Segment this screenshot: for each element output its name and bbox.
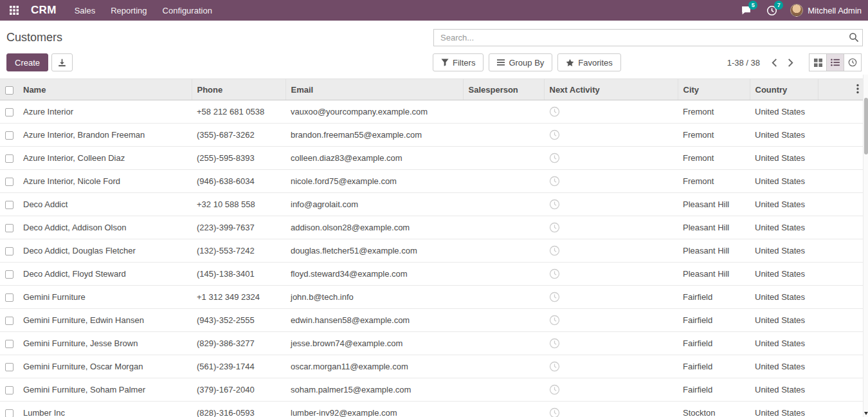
cell-phone[interactable]: (943)-352-2555 bbox=[192, 309, 285, 332]
cell-salesperson[interactable] bbox=[463, 216, 544, 239]
cell-next-activity[interactable] bbox=[544, 100, 678, 124]
cell-salesperson[interactable] bbox=[463, 193, 544, 216]
column-header-salesperson[interactable]: Salesperson bbox=[463, 79, 544, 100]
cell-salesperson[interactable] bbox=[463, 309, 544, 332]
cell-city[interactable]: Fairfield bbox=[678, 355, 750, 378]
table-row[interactable]: Gemini Furniture, Edwin Hansen (943)-352… bbox=[0, 309, 868, 332]
cell-name[interactable]: Deco Addict, Floyd Steward bbox=[18, 263, 192, 286]
table-row[interactable]: Gemini Furniture, Soham Palmer (379)-167… bbox=[0, 378, 868, 402]
search-input[interactable] bbox=[433, 29, 863, 46]
cell-next-activity[interactable] bbox=[544, 402, 678, 417]
cell-email[interactable]: douglas.fletcher51@example.com bbox=[285, 239, 463, 263]
select-all-checkbox[interactable] bbox=[5, 86, 14, 95]
cell-name[interactable]: Azure Interior bbox=[18, 100, 192, 124]
cell-city[interactable]: Fairfield bbox=[678, 309, 750, 332]
cell-salesperson[interactable] bbox=[463, 170, 544, 193]
cell-next-activity[interactable] bbox=[544, 170, 678, 193]
row-checkbox-cell[interactable] bbox=[0, 263, 18, 286]
cell-next-activity[interactable] bbox=[544, 355, 678, 378]
cell-city[interactable]: Pleasant Hill bbox=[678, 216, 750, 239]
cell-phone[interactable]: (379)-167-2040 bbox=[192, 378, 285, 402]
row-checkbox-cell[interactable] bbox=[0, 239, 18, 263]
create-button[interactable]: Create bbox=[6, 53, 48, 71]
cell-email[interactable]: jesse.brown74@example.com bbox=[285, 332, 463, 355]
cell-city[interactable]: Fremont bbox=[678, 147, 750, 170]
favorites-button[interactable]: Favorites bbox=[557, 53, 620, 71]
table-row[interactable]: Deco Addict +32 10 588 558 info@agrolait… bbox=[0, 193, 868, 216]
cell-name[interactable]: Gemini Furniture, Soham Palmer bbox=[18, 378, 192, 402]
cell-city[interactable]: Fremont bbox=[678, 100, 750, 124]
row-checkbox[interactable] bbox=[5, 409, 14, 417]
column-header-city[interactable]: City bbox=[678, 79, 750, 100]
row-checkbox[interactable] bbox=[5, 108, 14, 116]
cell-name[interactable]: Deco Addict, Douglas Fletcher bbox=[18, 239, 192, 263]
next-activity-clock-icon[interactable] bbox=[549, 338, 560, 349]
next-activity-clock-icon[interactable] bbox=[549, 407, 560, 417]
cell-next-activity[interactable] bbox=[544, 286, 678, 309]
cell-email[interactable]: floyd.steward34@example.com bbox=[285, 263, 463, 286]
scrollbar-down-arrow[interactable] bbox=[863, 411, 868, 416]
row-checkbox[interactable] bbox=[5, 224, 14, 232]
app-title[interactable]: CRM bbox=[31, 4, 57, 17]
cell-next-activity[interactable] bbox=[544, 124, 678, 147]
cell-name[interactable]: Gemini Furniture bbox=[18, 286, 192, 309]
cell-email[interactable]: colleen.diaz83@example.com bbox=[285, 147, 463, 170]
cell-city[interactable]: Fairfield bbox=[678, 378, 750, 402]
next-activity-clock-icon[interactable] bbox=[549, 199, 560, 210]
cell-country[interactable]: United States bbox=[750, 239, 818, 263]
cell-phone[interactable]: (255)-595-8393 bbox=[192, 147, 285, 170]
row-checkbox[interactable] bbox=[5, 247, 14, 255]
cell-country[interactable]: United States bbox=[750, 355, 818, 378]
row-checkbox[interactable] bbox=[5, 340, 14, 348]
table-row[interactable]: Deco Addict, Floyd Steward (145)-138-340… bbox=[0, 263, 868, 286]
cell-email[interactable]: lumber-inv92@example.com bbox=[285, 402, 463, 417]
cell-phone[interactable]: (946)-638-6034 bbox=[192, 170, 285, 193]
row-checkbox-cell[interactable] bbox=[0, 286, 18, 309]
cell-salesperson[interactable] bbox=[463, 263, 544, 286]
row-checkbox-cell[interactable] bbox=[0, 378, 18, 402]
cell-phone[interactable]: (145)-138-3401 bbox=[192, 263, 285, 286]
cell-name[interactable]: Gemini Furniture, Edwin Hansen bbox=[18, 309, 192, 332]
cell-country[interactable]: United States bbox=[750, 309, 818, 332]
cell-country[interactable]: United States bbox=[750, 332, 818, 355]
row-checkbox-cell[interactable] bbox=[0, 309, 18, 332]
cell-email[interactable]: brandon.freeman55@example.com bbox=[285, 124, 463, 147]
cell-name[interactable]: Gemini Furniture, Jesse Brown bbox=[18, 332, 192, 355]
column-header-phone[interactable]: Phone bbox=[192, 79, 285, 100]
table-row[interactable]: Azure Interior, Brandon Freeman (355)-68… bbox=[0, 124, 868, 147]
column-header-next_activity[interactable]: Next Activity bbox=[544, 79, 678, 100]
filters-button[interactable]: Filters bbox=[433, 53, 484, 71]
cell-country[interactable]: United States bbox=[750, 378, 818, 402]
cell-country[interactable]: United States bbox=[750, 124, 818, 147]
cell-name[interactable]: Azure Interior, Colleen Diaz bbox=[18, 147, 192, 170]
search-icon[interactable] bbox=[849, 32, 859, 44]
cell-phone[interactable]: (829)-386-3277 bbox=[192, 332, 285, 355]
cell-email[interactable]: info@agrolait.com bbox=[285, 193, 463, 216]
cell-phone[interactable]: +1 312 349 2324 bbox=[192, 286, 285, 309]
pager-previous-button[interactable] bbox=[768, 57, 781, 68]
group-by-button[interactable]: Group By bbox=[489, 53, 552, 71]
next-activity-clock-icon[interactable] bbox=[549, 315, 560, 326]
row-checkbox-cell[interactable] bbox=[0, 124, 18, 147]
cell-country[interactable]: United States bbox=[750, 193, 818, 216]
activities-button[interactable]: 7 bbox=[764, 4, 779, 17]
column-header-country[interactable]: Country bbox=[750, 79, 818, 100]
cell-next-activity[interactable] bbox=[544, 263, 678, 286]
cell-phone[interactable]: (561)-239-1744 bbox=[192, 355, 285, 378]
row-checkbox-cell[interactable] bbox=[0, 402, 18, 417]
menu-sales[interactable]: Sales bbox=[68, 1, 102, 20]
cell-country[interactable]: United States bbox=[750, 286, 818, 309]
table-row[interactable]: Lumber Inc (828)-316-0593 lumber-inv92@e… bbox=[0, 402, 868, 417]
vertical-scrollbar[interactable] bbox=[863, 75, 868, 417]
next-activity-clock-icon[interactable] bbox=[549, 292, 560, 302]
cell-next-activity[interactable] bbox=[544, 147, 678, 170]
cell-phone[interactable]: +32 10 588 558 bbox=[192, 193, 285, 216]
table-row[interactable]: Azure Interior +58 212 681 0538 vauxoo@y… bbox=[0, 100, 868, 124]
apps-menu-button[interactable] bbox=[6, 3, 22, 18]
user-menu[interactable]: Mitchell Admin bbox=[790, 4, 862, 17]
row-checkbox-cell[interactable] bbox=[0, 355, 18, 378]
cell-phone[interactable]: (132)-553-7242 bbox=[192, 239, 285, 263]
row-checkbox-cell[interactable] bbox=[0, 100, 18, 124]
cell-city[interactable]: Pleasant Hill bbox=[678, 239, 750, 263]
row-checkbox-cell[interactable] bbox=[0, 147, 18, 170]
